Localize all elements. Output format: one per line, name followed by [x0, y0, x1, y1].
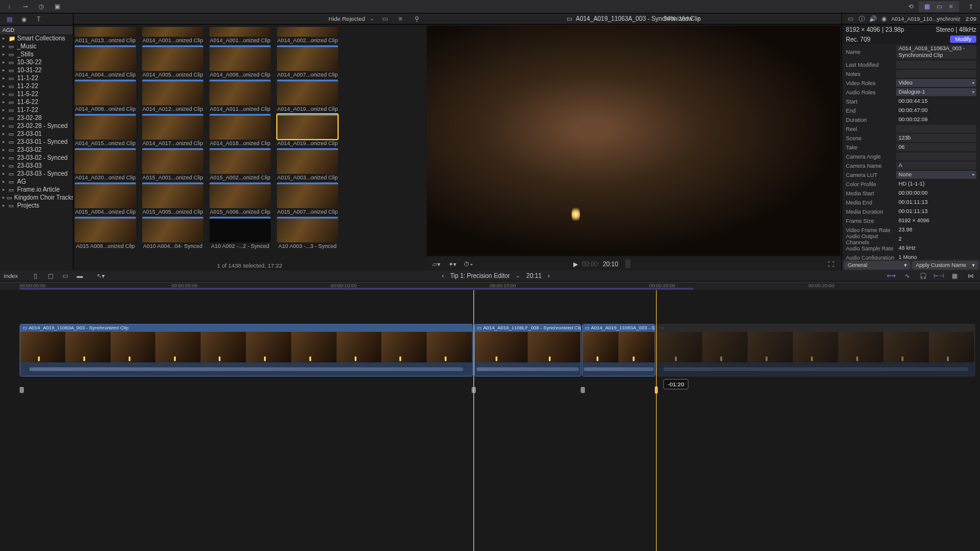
view-dropdown[interactable]: View — [680, 15, 693, 22]
field-value[interactable] — [896, 152, 976, 160]
clip-thumbnail[interactable]: A10 A003 -...3 - Synced — [277, 217, 338, 249]
sidebar-item[interactable]: ▸▭Projects — [0, 201, 73, 209]
clip-thumbnail[interactable]: A014_A015...onized Clip — [75, 114, 136, 146]
disclosure-triangle-icon[interactable]: ▸ — [2, 83, 7, 89]
disclosure-triangle-icon[interactable]: ▸ — [2, 131, 7, 137]
connect-clip-icon[interactable]: ▯ — [30, 271, 41, 281]
sidebar-item[interactable]: ▸▭11-2-22 — [0, 82, 73, 90]
search-icon[interactable]: ⚲ — [411, 14, 422, 24]
sidebar-item[interactable]: ▸▭11-5-22 — [0, 90, 73, 98]
disclosure-triangle-icon[interactable]: ▸ — [2, 107, 7, 113]
disclosure-triangle-icon[interactable]: ▸ — [2, 115, 7, 121]
titles-tab-icon[interactable]: T — [33, 15, 44, 24]
sidebar-item[interactable]: ▸▭23-03-03 — [0, 162, 73, 170]
disclosure-triangle-icon[interactable]: ▸ — [2, 43, 7, 49]
sidebar-item[interactable]: ▸▭11-6-22 — [0, 98, 73, 106]
solo-icon[interactable]: 🎧 — [918, 271, 929, 281]
audio-tab-icon[interactable]: 🔊 — [869, 14, 877, 24]
playhead[interactable] — [473, 290, 474, 551]
chevron-down-icon[interactable]: ⌄ — [370, 16, 374, 21]
sidebar-item[interactable]: ▸▭Kingdom Choir Tracks — [0, 193, 73, 201]
photos-tab-icon[interactable]: ◉ — [18, 15, 29, 24]
disclosure-triangle-icon[interactable]: ▸ — [2, 163, 7, 168]
clip-thumbnail[interactable]: A014_A018...onized Clip — [209, 114, 271, 146]
clip-thumbnail[interactable]: A015_A001...onized Clip — [142, 148, 203, 181]
project-title[interactable]: Tip 1: Precision Editor — [450, 272, 510, 279]
library-tab-icon[interactable]: ▤ — [4, 15, 15, 24]
sidebar-item[interactable]: ▸▭10-31-22 — [0, 66, 73, 74]
clip-thumbnail[interactable]: A014_A012...onized Clip — [142, 80, 203, 112]
disclosure-triangle-icon[interactable]: ▸ — [2, 51, 7, 57]
sidebar-item[interactable]: ▸▭11-7-22 — [0, 106, 73, 114]
layout-browser-icon[interactable]: ▦ — [921, 2, 932, 12]
field-value[interactable] — [896, 125, 976, 133]
import-icon[interactable]: ↓ — [4, 2, 15, 12]
keyword-icon[interactable]: ⊸ — [20, 2, 31, 12]
disclosure-triangle-icon[interactable]: ▸ — [2, 59, 7, 65]
sidebar-item[interactable]: ▸▭23-03-02 - Synced — [0, 154, 73, 162]
disclosure-triangle-icon[interactable]: ▸ — [2, 179, 7, 184]
clip-thumbnail[interactable]: A014_A006...onized Clip — [209, 45, 271, 78]
disclosure-triangle-icon[interactable]: ▸ — [2, 155, 7, 160]
chevron-down-icon[interactable]: ⌄ — [516, 273, 520, 279]
disclosure-triangle-icon[interactable]: ▸ — [2, 36, 7, 41]
clip-thumbnail[interactable]: A014_A001...onized Clip — [209, 27, 271, 43]
clip-thumbnail[interactable]: A010 A004...04- Synced — [142, 217, 203, 249]
sidebar-item[interactable]: ▸▭11-1-22 — [0, 74, 73, 82]
metadata-view-dropdown[interactable]: General — [844, 261, 910, 269]
clip-thumbnail[interactable]: A015 A008...onized Clip — [75, 217, 136, 249]
chevron-down-icon[interactable]: ⌄ — [696, 15, 701, 22]
layout-segment[interactable]: ▦ ▭ ≡ — [919, 1, 959, 12]
field-value[interactable]: 123b — [896, 134, 976, 142]
disclosure-triangle-icon[interactable]: ▸ — [2, 147, 7, 152]
sidebar-item[interactable]: ▸▭AG — [0, 178, 73, 186]
sidebar-item[interactable]: ▸▭23-03-01 — [0, 130, 73, 138]
clip-thumbnail[interactable]: A014_A004...onized Clip — [75, 45, 136, 78]
zoom-level[interactable]: 54% — [663, 15, 676, 22]
bg-tasks-icon[interactable]: ◷ — [36, 2, 47, 12]
prev-tip-icon[interactable]: ‹ — [442, 272, 444, 279]
field-value[interactable] — [896, 61, 976, 69]
sidebar-item[interactable]: ▸▭23-02-28 — [0, 114, 73, 122]
next-tip-icon[interactable]: › — [548, 272, 549, 279]
clip-thumbnail[interactable]: A014_A001...onized Clip — [142, 27, 203, 43]
clip-thumbnail[interactable]: A014_A011...onized Clip — [209, 80, 271, 112]
share-icon[interactable]: ⇪ — [965, 2, 976, 12]
field-value[interactable]: Dialogue-1 — [896, 88, 976, 96]
timeline-clip[interactable]: ▭ A014_A019_11063A_003 - Synchronized Cl… — [582, 324, 655, 377]
skimmer[interactable] — [656, 290, 657, 551]
field-value[interactable] — [896, 70, 976, 78]
snapping-icon[interactable]: ⊢⊣ — [933, 271, 944, 281]
clip-thumbnail[interactable]: A015_A002...onized Clip — [209, 148, 271, 181]
edit-marker[interactable] — [20, 387, 24, 393]
append-icon[interactable]: ▭ — [59, 271, 70, 281]
clip-thumbnail[interactable]: A014_A002...onized Clip — [277, 27, 338, 43]
enhance-icon[interactable]: ✦▾ — [447, 259, 458, 269]
clip-info-icon[interactable]: ◉ — [880, 14, 888, 24]
clip-thumbnail[interactable]: A015_A003...onized Clip — [277, 148, 338, 181]
disclosure-triangle-icon[interactable]: ▸ — [2, 123, 7, 129]
effects-icon[interactable]: ▦ — [949, 271, 960, 281]
disclosure-triangle-icon[interactable]: ▸ — [2, 99, 7, 105]
clip-thumbnail[interactable]: A015_A005...onized Clip — [142, 182, 203, 215]
disclosure-triangle-icon[interactable]: ▸ — [2, 91, 7, 97]
disclosure-triangle-icon[interactable]: ▸ — [2, 195, 5, 200]
play-icon[interactable]: ▶ — [573, 261, 578, 268]
transform-icon[interactable]: ▱▾ — [431, 259, 442, 269]
clip-thumbnail[interactable]: A014_A008...onized Clip — [75, 80, 136, 112]
timeline-body[interactable]: ▭ A014_A019_11063A_003 - Synchronized Cl… — [0, 290, 980, 551]
clip-thumbnail[interactable]: A10 A002 -...2 - Synced — [209, 217, 271, 249]
sidebar-item[interactable]: ▸▭23-03-03 - Synced — [0, 170, 73, 178]
insert-icon[interactable]: ▢ — [45, 271, 56, 281]
connect-icon[interactable]: ⟲ — [905, 2, 916, 12]
fullscreen-icon[interactable]: ⛶ — [826, 259, 837, 269]
sidebar-item[interactable]: ▸▭23-03-01 - Synced — [0, 138, 73, 146]
clip-view-icon[interactable]: ▭ — [379, 14, 390, 24]
disclosure-triangle-icon[interactable]: ▸ — [2, 187, 7, 192]
library-name[interactable]: AGD — [0, 26, 73, 34]
sidebar-item[interactable]: ▸▭Frame.io Article — [0, 186, 73, 193]
overwrite-icon[interactable]: ▬ — [74, 271, 85, 281]
disclosure-triangle-icon[interactable]: ▸ — [2, 67, 7, 73]
field-value[interactable]: A — [896, 162, 976, 170]
sidebar-item[interactable]: ▸▭10-30-22 — [0, 58, 73, 66]
